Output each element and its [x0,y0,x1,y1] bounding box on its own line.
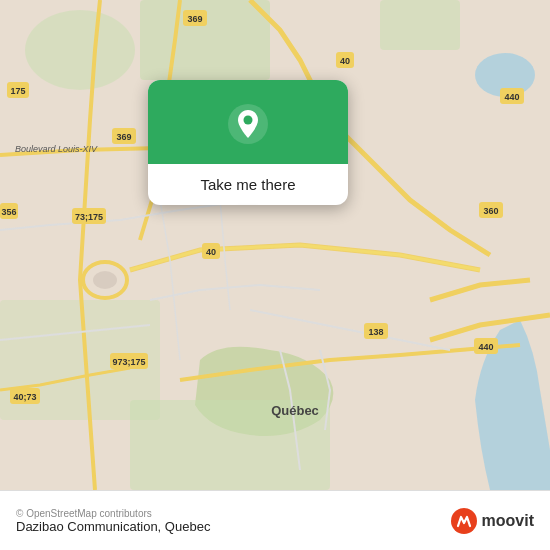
svg-text:175: 175 [10,86,25,96]
svg-text:973;175: 973;175 [112,357,145,367]
moovit-logo[interactable]: moovit [450,507,534,535]
location-pin-icon [226,102,270,146]
svg-point-3 [25,10,135,90]
moovit-text: moovit [482,512,534,530]
svg-text:369: 369 [116,132,131,142]
svg-point-38 [244,116,253,125]
attribution-area: © OpenStreetMap contributors Dazibao Com… [16,508,210,534]
map-container: 369 175 369 40 440 356 73;175 40 360 Bou… [0,0,550,490]
svg-text:40: 40 [206,247,216,257]
svg-text:360: 360 [483,206,498,216]
moovit-icon [450,507,478,535]
svg-text:440: 440 [478,342,493,352]
svg-text:356: 356 [1,207,16,217]
map-svg: 369 175 369 40 440 356 73;175 40 360 Bou… [0,0,550,490]
popup-card[interactable]: Take me there [148,80,348,205]
svg-text:138: 138 [368,327,383,337]
popup-header [148,80,348,164]
osm-attribution: © OpenStreetMap contributors [16,508,210,519]
take-me-there-button[interactable]: Take me there [184,164,311,205]
svg-text:440: 440 [504,92,519,102]
svg-point-8 [93,271,117,289]
place-name: Dazibao Communication, Quebec [16,519,210,534]
svg-text:Québec: Québec [271,403,319,418]
bottom-bar: © OpenStreetMap contributors Dazibao Com… [0,490,550,550]
svg-text:Boulevard Louis-XIV: Boulevard Louis-XIV [15,144,98,154]
svg-text:40;73: 40;73 [13,392,36,402]
svg-text:40: 40 [340,56,350,66]
svg-text:369: 369 [187,14,202,24]
svg-rect-4 [380,0,460,50]
svg-text:73;175: 73;175 [75,212,103,222]
